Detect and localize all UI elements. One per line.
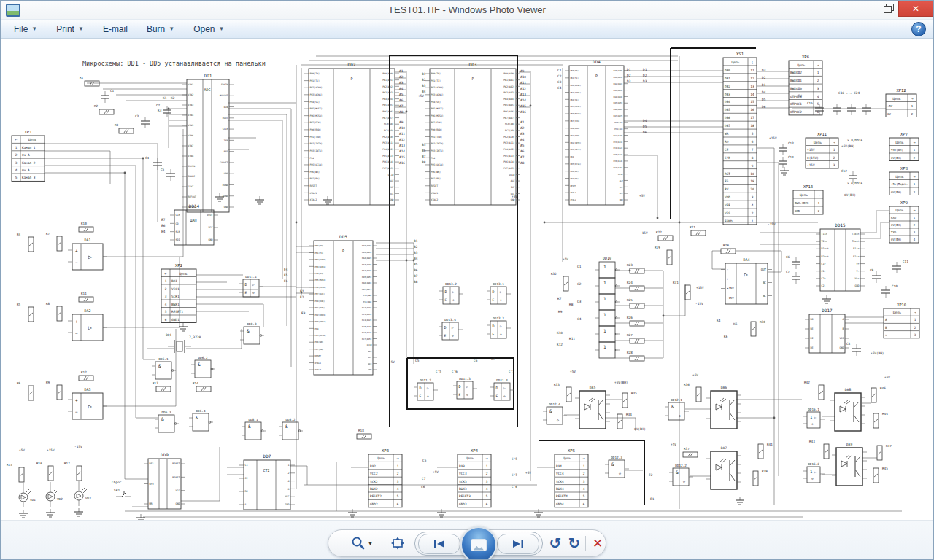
svg-text:RESET: RESET: [310, 184, 317, 187]
svg-text:D4: D4: [643, 119, 647, 122]
svg-text:OC1B: OC1B: [618, 173, 623, 176]
svg-text:PC0(A8): PC0(A8): [384, 122, 394, 125]
dropdown-caret: ▼: [31, 26, 37, 32]
svg-text:1: 1: [833, 148, 835, 152]
svg-text:D: D: [493, 324, 495, 328]
svg-text:D1: D1: [762, 83, 766, 87]
svg-text:PC3(A11): PC3(A11): [382, 141, 393, 144]
svg-text:CE: CE: [725, 148, 729, 152]
delete-button[interactable]: ✕: [588, 530, 607, 556]
svg-text:→: →: [582, 456, 584, 460]
svg-text:Цепь: Цепь: [895, 175, 903, 179]
close-button[interactable]: ✕: [898, 1, 933, 17]
svg-text:R2: R2: [94, 104, 99, 108]
svg-text:PA6(AD6): PA6(AD6): [614, 108, 623, 111]
svg-text:DD3: DD3: [469, 62, 477, 67]
svg-text:PB6(MISO): PB6(MISO): [315, 286, 326, 289]
svg-text:DD11.1: DD11.1: [245, 275, 257, 279]
svg-text:A8: A8: [399, 110, 404, 114]
svg-text:D1: D1: [643, 68, 647, 71]
svg-text:Цепь: Цепь: [895, 209, 903, 212]
svg-text:ВЫХОД1: ВЫХОД1: [790, 79, 802, 82]
svg-text:DB4: DB4: [725, 100, 730, 104]
svg-text:PD4: PD4: [310, 157, 314, 160]
svg-text:PA2(AD2): PA2(AD2): [382, 85, 393, 88]
svg-text:C2: C2: [245, 477, 248, 480]
svg-text:13: 13: [750, 85, 754, 88]
svg-text:GND: GND: [854, 284, 859, 287]
svg-text:C8: C8: [846, 342, 851, 346]
svg-text:B3: B3: [422, 84, 426, 88]
svg-text:XP8: XP8: [900, 166, 908, 171]
svg-text:PB5(MOSI): PB5(MOSI): [315, 279, 326, 281]
minimize-button[interactable]: –: [854, 1, 876, 16]
previous-button[interactable]: [418, 534, 460, 554]
rotate-right-button[interactable]: ↻: [563, 530, 585, 556]
svg-text:+5V: +5V: [692, 373, 698, 377]
svg-text:XP9: XP9: [900, 201, 908, 205]
svg-text:2: 2: [914, 190, 916, 194]
svg-text:&: &: [196, 415, 198, 420]
restore-button[interactable]: [876, 1, 898, 16]
svg-text:Сброс: Сброс: [112, 481, 122, 484]
svg-text:T1out: T1out: [852, 233, 859, 236]
svg-text:0V(ВН): 0V(ВН): [891, 238, 901, 241]
zoom-button[interactable]: ▼: [346, 530, 378, 556]
svg-text:PC1(A9): PC1(A9): [363, 300, 372, 303]
svg-text:SMODE: SMODE: [188, 175, 196, 178]
menu-item-burn[interactable]: Burn▼: [141, 21, 180, 37]
svg-text:Цепь: Цепь: [731, 61, 739, 64]
svg-text:-15V: -15V: [727, 296, 734, 300]
svg-text:VSS: VSS: [725, 211, 730, 215]
svg-text:WR: WR: [725, 132, 729, 136]
svg-text:DA1: DA1: [84, 238, 90, 242]
menu-item-open[interactable]: Open▼: [188, 21, 230, 37]
menu-item-e-mail[interactable]: E-mail: [97, 21, 134, 37]
svg-text:PA5(AD5): PA5(AD5): [362, 276, 372, 279]
svg-text:XP11: XP11: [817, 132, 827, 136]
svg-text:R47: R47: [886, 444, 892, 448]
svg-text:VCC4: VCC4: [556, 472, 564, 475]
svg-text:GND: GND: [208, 238, 212, 241]
svg-text:RF1: RF1: [150, 462, 154, 465]
svg-text:D: D: [420, 386, 422, 390]
svg-text:DD12.2: DD12.2: [675, 464, 687, 467]
svg-text:A5: A5: [399, 93, 404, 96]
svg-text:XTAL2: XTAL2: [431, 198, 439, 201]
svg-text:DE: DE: [811, 346, 814, 349]
svg-text:PC2(A10): PC2(A10): [503, 136, 514, 139]
svg-text:PD3(INT1): PD3(INT1): [310, 149, 323, 152]
svg-text:К5: К5: [733, 322, 738, 326]
svg-text:PA7(AD7): PA7(AD7): [614, 114, 623, 117]
svg-text:К4: К4: [717, 319, 721, 322]
svg-text:▷: ▷: [503, 386, 506, 390]
svg-text:A7: A7: [520, 155, 525, 159]
svg-text:Цепь: Цепь: [892, 97, 900, 101]
svg-text:A9: A9: [399, 120, 404, 124]
menu-item-print[interactable]: Print▼: [50, 21, 90, 37]
svg-text:PD3(INT1): PD3(INT1): [315, 320, 326, 323]
menu-item-file[interactable]: File▼: [8, 21, 43, 37]
svg-text:DD13.1: DD13.1: [493, 282, 504, 286]
svg-text:C4: C4: [145, 156, 150, 160]
svg-text:PA6(AD6): PA6(AD6): [503, 110, 514, 113]
svg-text:7: 7: [752, 148, 754, 152]
svg-text:2: 2: [914, 326, 916, 330]
svg-text:3: 3: [833, 163, 835, 167]
svg-text:PB5(MOSI): PB5(MOSI): [431, 107, 444, 110]
slideshow-button[interactable]: [460, 526, 497, 560]
svg-text:К3: К3: [158, 109, 162, 112]
fit-to-window-button[interactable]: [385, 530, 410, 556]
svg-text:+5V: +5V: [563, 257, 568, 261]
svg-text:C5: C5: [415, 359, 420, 362]
svg-text:PD2(INT0): PD2(INT0): [431, 142, 444, 145]
svg-text:3: 3: [914, 230, 916, 234]
help-icon[interactable]: ?: [911, 22, 926, 36]
svg-text:К2: К2: [171, 96, 175, 100]
toolbar-divider: [585, 536, 586, 551]
next-button[interactable]: [497, 534, 539, 554]
svg-text:GND: GND: [620, 198, 623, 201]
svg-text:P: P: [350, 77, 352, 81]
svg-text:4: 4: [817, 95, 819, 98]
svg-text:E4: E4: [284, 268, 288, 271]
